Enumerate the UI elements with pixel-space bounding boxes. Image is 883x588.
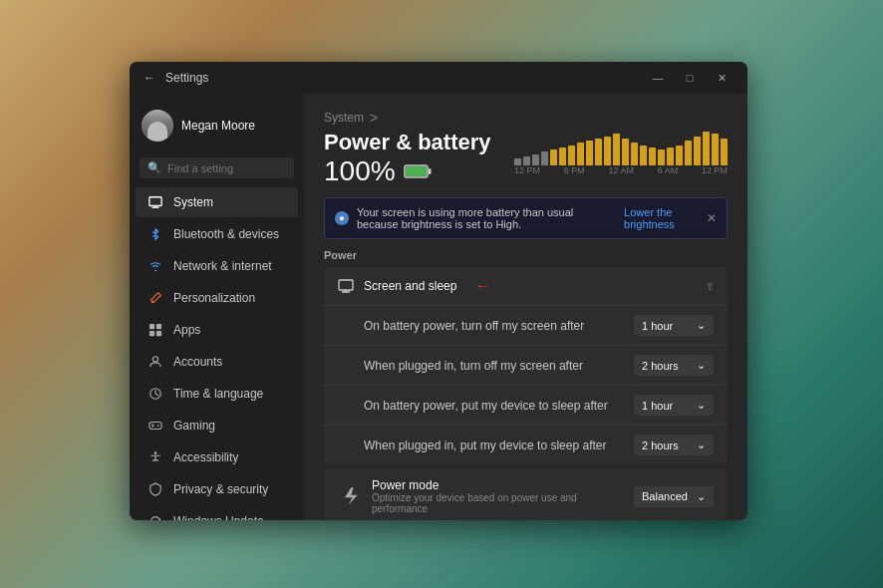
arrow-annotation: ←	[474, 277, 490, 295]
chart-bar	[712, 134, 719, 165]
battery-chart	[514, 130, 728, 165]
screen-sleep-header[interactable]: Screen and sleep ← ⇧	[324, 267, 728, 305]
screen-sleep-icon	[338, 278, 354, 294]
chart-bar	[604, 137, 611, 165]
svg-rect-5	[149, 331, 154, 336]
sidebar-item-accounts[interactable]: Accounts	[136, 347, 298, 377]
header-row: Power & battery 100%	[324, 130, 728, 195]
minimize-button[interactable]: —	[644, 68, 672, 88]
screen-sleep-row-4: When plugged in, put my device to sleep …	[324, 425, 728, 464]
update-icon	[147, 513, 163, 520]
monitor-icon	[147, 194, 163, 210]
dropdown-chevron-4: ⌄	[697, 439, 706, 451]
dropdown-chevron-2: ⌄	[697, 359, 706, 372]
notification-close-button[interactable]: ✕	[707, 211, 717, 225]
clock-icon	[147, 386, 163, 402]
power-mode-desc: Optimize your device based on power use …	[372, 492, 624, 514]
svg-rect-9	[149, 423, 161, 430]
brush-icon	[147, 290, 163, 306]
chart-bar	[649, 147, 656, 165]
power-section-label: Power	[324, 249, 728, 261]
svg-point-7	[152, 357, 157, 362]
screen-sleep-chevron: ⇧	[706, 281, 714, 292]
svg-rect-16	[406, 166, 427, 176]
shield-icon	[147, 481, 163, 497]
lower-brightness-button[interactable]: Lower the brightness	[624, 206, 693, 230]
chart-bar	[694, 137, 701, 165]
chart-bar	[676, 146, 683, 165]
chart-labels: 12 PM 6 PM 12 AM 6 AM 12 PM	[514, 165, 728, 175]
user-profile[interactable]: Megan Moore	[130, 102, 304, 153]
titlebar: ← Settings — □ ✕	[130, 62, 747, 94]
sidebar-item-system[interactable]: System	[136, 187, 298, 217]
sidebar-item-network[interactable]: Network & internet	[136, 251, 298, 281]
row-label-3: On battery power, put my device to sleep…	[364, 399, 626, 413]
user-name: Megan Moore	[181, 119, 255, 133]
power-mode-icon	[338, 484, 362, 508]
window-body: Megan Moore 🔍 System Bluetooth & devices	[130, 94, 747, 520]
svg-point-13	[157, 425, 159, 427]
sidebar-label-bluetooth: Bluetooth & devices	[173, 227, 279, 241]
svg-rect-4	[156, 324, 161, 329]
power-mode-title: Power mode	[372, 478, 624, 492]
notification-icon: ●	[335, 211, 349, 225]
sidebar-label-privacy: Privacy & security	[173, 482, 268, 496]
screen-sleep-row-1: On battery power, turn off my screen aft…	[324, 305, 728, 345]
bluetooth-icon	[147, 226, 163, 242]
sidebar-label-accessibility: Accessibility	[173, 450, 238, 464]
sidebar-item-privacy[interactable]: Privacy & security	[136, 474, 298, 504]
svg-rect-17	[429, 168, 432, 174]
sidebar-label-system: System	[173, 195, 213, 209]
avatar	[142, 110, 173, 142]
power-mode-value: Balanced	[642, 490, 688, 502]
power-mode-card: Power mode Optimize your device based on…	[324, 468, 728, 520]
search-input[interactable]	[167, 162, 286, 174]
sidebar-item-gaming[interactable]: Gaming	[136, 411, 298, 441]
screen-sleep-card: Screen and sleep ← ⇧ On battery power, t…	[324, 267, 728, 464]
chart-bar	[667, 147, 674, 165]
battery-row: 100%	[324, 155, 498, 187]
chart-bar	[523, 156, 530, 165]
search-icon: 🔍	[147, 161, 161, 174]
search-box[interactable]: 🔍	[140, 157, 294, 178]
screen-sleep-title: Screen and sleep	[364, 279, 456, 293]
chart-bar	[721, 139, 728, 165]
maximize-button[interactable]: □	[676, 68, 704, 88]
chart-bar	[586, 141, 593, 165]
sidebar-item-accessibility[interactable]: Accessibility	[136, 442, 298, 472]
row-label-1: On battery power, turn off my screen aft…	[364, 319, 626, 333]
close-button[interactable]: ✕	[708, 68, 736, 88]
breadcrumb-separator: >	[370, 110, 378, 126]
sidebar-item-personalization[interactable]: Personalization	[136, 283, 298, 313]
power-mode-info: Power mode Optimize your device based on…	[372, 478, 624, 514]
svg-rect-3	[149, 324, 154, 329]
chart-bar	[622, 139, 629, 165]
row-dropdown-3[interactable]: 1 hour ⌄	[634, 395, 714, 416]
notification-text: Your screen is using more battery than u…	[357, 206, 616, 230]
accessibility-icon	[147, 449, 163, 465]
svg-rect-0	[149, 197, 161, 206]
svg-rect-18	[339, 280, 353, 290]
notification-bar: ● Your screen is using more battery than…	[324, 197, 728, 239]
row-value-1: 1 hour	[642, 320, 673, 332]
sidebar-item-apps[interactable]: Apps	[136, 315, 298, 345]
sidebar-label-apps: Apps	[173, 323, 200, 337]
sidebar-item-time[interactable]: Time & language	[136, 379, 298, 409]
row-dropdown-2[interactable]: 2 hours ⌄	[634, 355, 714, 376]
sidebar-item-bluetooth[interactable]: Bluetooth & devices	[136, 219, 298, 249]
chart-bar	[559, 147, 566, 165]
chart-bar	[595, 139, 602, 165]
apps-icon	[147, 322, 163, 338]
titlebar-left: ← Settings	[142, 70, 208, 86]
row-dropdown-1[interactable]: 1 hour ⌄	[634, 315, 714, 336]
sidebar-item-update[interactable]: Windows Update	[136, 506, 298, 520]
row-dropdown-4[interactable]: 2 hours ⌄	[634, 435, 714, 455]
row-value-2: 2 hours	[642, 360, 679, 372]
back-button[interactable]: ←	[142, 70, 157, 86]
power-mode-dropdown[interactable]: Balanced ⌄	[634, 486, 714, 507]
sidebar-label-update: Windows Update	[173, 514, 264, 520]
sidebar: Megan Moore 🔍 System Bluetooth & devices	[130, 94, 304, 520]
row-value-4: 2 hours	[642, 440, 679, 451]
titlebar-controls: — □ ✕	[644, 68, 736, 88]
breadcrumb-parent: System	[324, 111, 364, 125]
